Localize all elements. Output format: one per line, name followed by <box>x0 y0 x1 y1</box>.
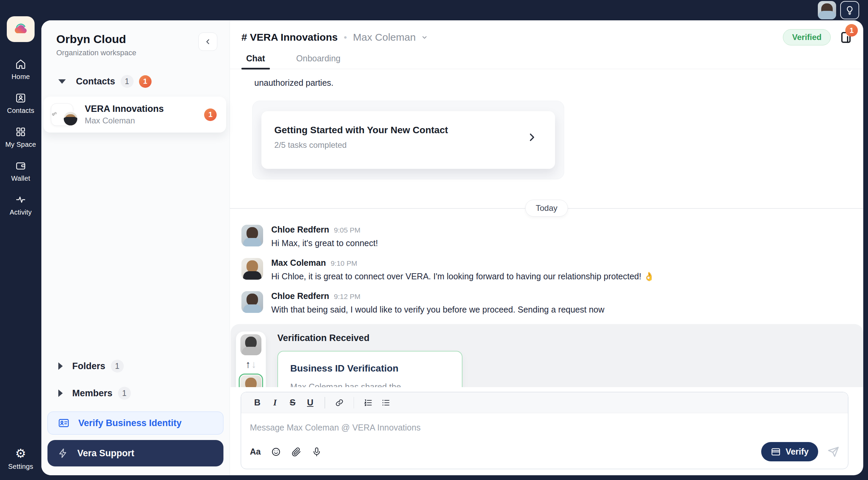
ordered-list-button[interactable] <box>361 395 376 410</box>
orbyn-logo[interactable] <box>7 16 35 42</box>
workspace-sidebar: Orbyn Cloud Organization workspace Conta… <box>41 20 230 475</box>
underline-button[interactable]: U <box>303 395 318 410</box>
nav-rail: Home Contacts My Space <box>0 0 41 480</box>
toolbar-divider <box>324 397 325 408</box>
avatar <box>241 225 263 246</box>
rail-item-contacts[interactable]: Contacts <box>2 92 39 115</box>
grid-icon <box>15 126 26 138</box>
bullet-list-button[interactable] <box>378 395 393 410</box>
bolt-icon <box>58 448 68 459</box>
workspace-subtitle: Organization workspace <box>56 48 136 57</box>
verify-business-identity-label: Verify Business Identity <box>78 418 182 428</box>
formatting-toolbar: B I S U <box>241 392 848 413</box>
link-icon <box>335 398 344 407</box>
chat-tabs: Chat Onboarding <box>241 54 853 69</box>
caret-right-icon <box>58 389 63 397</box>
message-text: With that being said, I would like to ve… <box>271 304 605 316</box>
strikethrough-button[interactable]: S <box>285 395 300 410</box>
workspace-info: Orbyn Cloud Organization workspace <box>56 33 136 57</box>
app-window: Orbyn Cloud Organization workspace Conta… <box>41 20 863 475</box>
verify-business-identity-button[interactable]: Verify Business Identity <box>47 412 223 435</box>
folders-section-header[interactable]: Folders 1 <box>41 353 230 380</box>
rail-item-my-space[interactable]: My Space <box>2 126 39 148</box>
lightbulb-icon <box>845 5 855 15</box>
exchange-arrows-icon: ↑ ↓ <box>245 359 256 370</box>
rail-nav: Home Contacts My Space <box>2 58 39 216</box>
workspace-name: Orbyn Cloud <box>56 33 136 46</box>
wallet-icon <box>15 160 26 172</box>
verify-button-label: Verify <box>786 447 809 457</box>
message-list[interactable]: unauthorized parties. Getting Started wi… <box>230 69 863 387</box>
text-format-button[interactable]: Aa <box>250 447 261 457</box>
emoji-button[interactable] <box>271 447 281 457</box>
message-author: Chloe Redfern <box>271 225 329 235</box>
message-input[interactable] <box>250 423 839 433</box>
contact-person-name: Max Coleman <box>85 116 164 125</box>
chat-panel: # VERA Innovations • Max Coleman Verifie… <box>230 20 863 475</box>
vera-support-button[interactable]: Vera Support <box>47 440 223 466</box>
getting-started-progress: 2/5 tasks completed <box>274 140 448 150</box>
verified-status-badge: Verified <box>783 29 831 45</box>
getting-started-card[interactable]: Getting Started with Your New Contact 2/… <box>261 111 555 169</box>
sidebar-spacer <box>41 133 230 353</box>
title-separator: • <box>344 32 347 43</box>
verification-card[interactable]: Business ID Verification Max Coleman has… <box>277 351 462 387</box>
id-card-icon <box>58 417 70 429</box>
message-text: Hi Chloe, it is great to connect over VE… <box>271 271 654 282</box>
chevron-down-icon[interactable] <box>420 33 429 41</box>
emoji-icon <box>271 447 281 457</box>
vera-support-label: Vera Support <box>77 448 134 459</box>
contact-book-button[interactable]: 1 <box>838 30 853 45</box>
bullet-list-icon <box>381 398 391 407</box>
bold-button[interactable]: B <box>250 395 265 410</box>
tab-chat[interactable]: Chat <box>241 54 270 69</box>
attachment-button[interactable] <box>291 447 301 457</box>
contacts-unread-badge: 1 <box>139 75 152 88</box>
avatar <box>240 334 261 355</box>
company-avatar <box>51 103 73 126</box>
link-button[interactable] <box>332 395 347 410</box>
contacts-section-label: Contacts <box>76 76 115 87</box>
channel-person[interactable]: Max Coleman <box>353 32 416 43</box>
contacts-count-badge: 1 <box>121 75 134 88</box>
chevron-right-icon <box>526 132 537 143</box>
voice-message-button[interactable] <box>312 447 322 457</box>
gear-icon: ⚙ <box>15 447 26 460</box>
verified-avatar-frame <box>239 374 263 387</box>
verification-card-body: Max Coleman has shared the following Bus… <box>290 381 436 387</box>
rail-item-label: Home <box>12 73 30 81</box>
rail-item-activity[interactable]: Activity <box>2 194 39 216</box>
rail-item-settings[interactable]: ⚙ Settings <box>2 447 39 471</box>
message-row: Chloe Redfern 9:12 PM With that being sa… <box>230 291 863 316</box>
tips-button[interactable] <box>840 1 859 19</box>
message-row: Chloe Redfern 9:05 PM Hi Max, it's great… <box>230 225 863 249</box>
rail-item-wallet[interactable]: Wallet <box>2 160 39 182</box>
contact-unread-badge: 1 <box>204 108 217 121</box>
verification-card-title: Business ID Verification <box>290 363 450 374</box>
verification-header: Verification Received <box>277 333 462 343</box>
members-label: Members <box>72 388 113 399</box>
truncated-message-text: unauthorized parties. <box>254 78 863 88</box>
verify-button[interactable]: Verify <box>761 442 818 461</box>
rail-item-label: My Space <box>5 141 36 148</box>
italic-button[interactable]: I <box>268 395 282 410</box>
avatar <box>240 375 261 387</box>
getting-started-panel: Getting Started with Your New Contact 2/… <box>252 101 564 179</box>
contacts-icon <box>15 92 26 104</box>
tab-onboarding[interactable]: Onboarding <box>292 54 346 69</box>
date-pill: Today <box>525 200 568 217</box>
members-section-header[interactable]: Members 1 <box>41 380 230 407</box>
date-divider: Today <box>230 200 863 216</box>
message-author: Chloe Redfern <box>271 291 329 301</box>
paperclip-icon <box>291 447 301 457</box>
chat-header: # VERA Innovations • Max Coleman Verifie… <box>230 20 863 69</box>
user-avatar[interactable] <box>818 1 836 19</box>
contacts-section-header[interactable]: Contacts 1 1 <box>41 75 230 88</box>
person-avatar <box>63 111 78 126</box>
verification-message-row: ↑ ↓ 9:14 Verification Received Business … <box>231 324 863 387</box>
contact-list-item[interactable]: VERA Innovations Max Coleman 1 <box>43 97 226 133</box>
send-button[interactable] <box>826 445 840 459</box>
collapse-sidebar-button[interactable] <box>198 33 217 51</box>
arrow-down-icon: ↓ <box>251 359 256 370</box>
rail-item-home[interactable]: Home <box>2 58 39 81</box>
